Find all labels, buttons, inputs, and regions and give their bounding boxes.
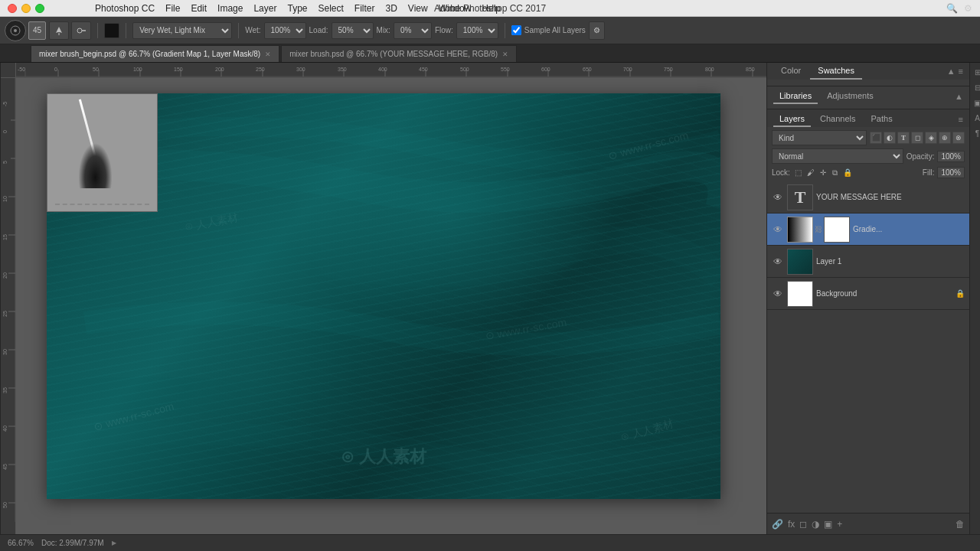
layer-vis-gradient[interactable]: 👁	[772, 223, 784, 236]
tab-layers[interactable]: Layers	[773, 112, 811, 127]
brush-preview-canvas	[47, 93, 158, 212]
svg-text:800: 800	[705, 67, 714, 72]
text-layer-icon: T	[795, 187, 806, 207]
panel-icon-4[interactable]: A	[972, 112, 981, 124]
tab-paths[interactable]: Paths	[865, 112, 899, 127]
menu-view[interactable]: View	[408, 3, 428, 14]
layer-vis-1[interactable]: 👁	[772, 256, 784, 268]
document-tabs: mixer brush_begin.psd @ 66.7% (Gradient …	[0, 44, 980, 63]
kind-select[interactable]: Kind	[772, 130, 867, 145]
menu-select[interactable]: Select	[318, 3, 343, 14]
menu-file[interactable]: File	[165, 3, 180, 14]
right-side-icons: ⊞ ⊟ ▣ A ¶	[969, 63, 980, 534]
search-icon[interactable]: 🔍	[946, 3, 958, 14]
tab-adjustments[interactable]: Adjustments	[821, 89, 880, 104]
lock-pixels-icon[interactable]: 🖌	[805, 168, 816, 178]
panel-icon-1[interactable]: ⊞	[972, 66, 981, 78]
kind-type-icon[interactable]: T	[897, 132, 910, 144]
canvas-container[interactable]: ⊙ 人人素材 ⊙ www.rr-sc.com ⊙ www.rr-sc.com ⊙…	[16, 78, 766, 534]
kind-pixel-icon[interactable]: ⬛	[870, 132, 882, 144]
wet-select[interactable]: 100%	[264, 22, 306, 39]
brush-options-btn[interactable]	[49, 21, 69, 40]
lock-position-icon[interactable]: ✛	[818, 168, 828, 178]
layers-menu-icon[interactable]: ≡	[959, 115, 963, 124]
kind-row: Kind ⬛ ◐ T ◻ ◈ ⊕ ⊗	[772, 130, 965, 145]
layer-new-icon[interactable]: +	[837, 519, 842, 530]
tab-channels[interactable]: Channels	[814, 112, 861, 127]
lock-artboard-icon[interactable]: ⧉	[830, 168, 841, 178]
sample-all-checkbox[interactable]	[511, 25, 521, 35]
brush-size-display[interactable]: 45	[28, 21, 46, 40]
ruler-row: -50 0 50 100 150 200 250 300 350 400 450…	[1, 63, 766, 78]
layer-group-icon[interactable]: ▣	[824, 519, 832, 530]
tab-libraries[interactable]: Libraries	[773, 89, 818, 104]
svg-text:50: 50	[93, 67, 99, 72]
brush-preset-select[interactable]: Very Wet, Light Mix	[132, 22, 232, 39]
kind-extra1-icon[interactable]: ⊕	[939, 132, 951, 144]
doc-size: Doc: 2.99M/7.97M	[41, 539, 104, 547]
layer-link-icon[interactable]: 🔗	[772, 519, 783, 530]
lock-transparent-icon[interactable]: ⬚	[793, 168, 804, 178]
tab-2-close[interactable]: ✕	[502, 51, 508, 58]
toolbar-divider-2	[126, 23, 126, 38]
brush-preview[interactable]	[5, 20, 26, 41]
panel-icon-3[interactable]: ▣	[972, 96, 981, 109]
extra-options-btn[interactable]: ⚙	[589, 21, 605, 40]
menu-3d[interactable]: 3D	[386, 3, 397, 14]
kind-shape-icon[interactable]: ◻	[911, 132, 923, 144]
lock-label: Lock:	[772, 168, 790, 177]
layer-delete-icon[interactable]: 🗑	[956, 519, 965, 530]
menu-edit[interactable]: Edit	[191, 3, 207, 14]
layer-item-gradient[interactable]: 👁 ⛓ Gradie...	[767, 214, 969, 246]
layer-mask-add-icon[interactable]: ◻	[799, 519, 807, 530]
tab-swatches[interactable]: Swatches	[810, 63, 862, 80]
maximize-button[interactable]	[35, 4, 44, 13]
layer-thumb-text: T	[787, 184, 813, 210]
load-select[interactable]: 50%	[332, 22, 374, 39]
layer-vis-background[interactable]: 👁	[772, 288, 784, 300]
settings-icon[interactable]: ⚙	[964, 3, 972, 14]
tab-color[interactable]: Color	[773, 63, 808, 80]
panel-menu-icon[interactable]: ≡	[959, 67, 963, 76]
svg-text:10: 10	[2, 196, 8, 202]
flow-select[interactable]: 100%	[456, 22, 498, 39]
brush-tool-group: 45	[5, 20, 46, 41]
menu-photoshop[interactable]: Photoshop CC	[95, 3, 155, 14]
svg-text:35: 35	[2, 387, 8, 393]
blending-mode-select[interactable]: Normal	[772, 148, 903, 164]
kind-smart-icon[interactable]: ◈	[925, 132, 937, 144]
kind-extra2-icon[interactable]: ⊗	[952, 132, 965, 144]
tab-2[interactable]: mixer brush.psd @ 66.7% (YOUR MESSAGE HE…	[281, 45, 517, 62]
close-button[interactable]	[8, 4, 17, 13]
tab-1[interactable]: mixer brush_begin.psd @ 66.7% (Gradient …	[31, 45, 279, 62]
foreground-color-btn[interactable]	[104, 23, 119, 38]
layer-item-background[interactable]: 👁 Background 🔒	[767, 278, 969, 310]
airbrush-btn[interactable]	[71, 21, 91, 40]
lib-collapse-icon[interactable]: ▲	[955, 92, 963, 101]
color-swatches-tabs: Color Swatches ▲ ≡	[767, 63, 969, 80]
menu-layer[interactable]: Layer	[253, 3, 276, 14]
kind-adjust-icon[interactable]: ◐	[884, 132, 896, 144]
menu-filter[interactable]: Filter	[354, 3, 375, 14]
menu-image[interactable]: Image	[217, 3, 243, 14]
layer-fx-icon[interactable]: fx	[788, 519, 795, 530]
menu-type[interactable]: Type	[287, 3, 307, 14]
lock-icons: ⬚ 🖌 ✛ ⧉ 🔒	[793, 168, 853, 178]
zoom-level: 66.67%	[8, 539, 34, 547]
opacity-label: Opacity:	[906, 152, 935, 161]
lock-all-icon[interactable]: 🔒	[842, 168, 853, 178]
svg-text:600: 600	[541, 67, 550, 72]
layer-adj-icon[interactable]: ◑	[812, 519, 819, 530]
panel-icon-2[interactable]: ⊟	[972, 81, 981, 93]
tab-1-close[interactable]: ✕	[265, 51, 271, 58]
panel-icon-5[interactable]: ¶	[972, 127, 981, 139]
svg-text:40: 40	[2, 425, 8, 432]
title-bar: Photoshop CC File Edit Image Layer Type …	[0, 0, 980, 17]
status-arrow[interactable]: ▶	[112, 540, 116, 546]
minimize-button[interactable]	[21, 4, 31, 13]
panel-collapse-icon[interactable]: ▲	[947, 67, 956, 76]
layer-item-1[interactable]: 👁 Layer 1	[767, 246, 969, 278]
layer-item-text[interactable]: 👁 T YOUR MESSAGE HERE	[767, 181, 969, 214]
mix-select[interactable]: 0%	[394, 22, 432, 39]
layer-vis-text[interactable]: 👁	[772, 191, 784, 204]
